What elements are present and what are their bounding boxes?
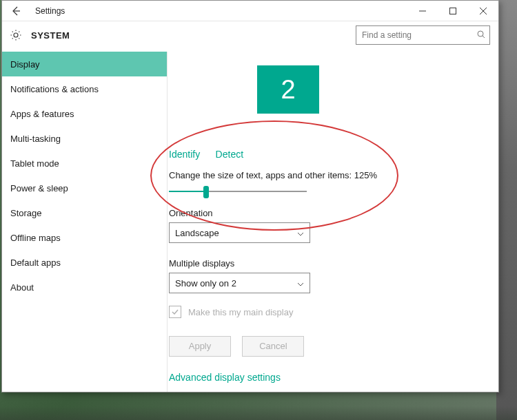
multiple-displays-label: Multiple displays [169,258,498,269]
content-pane: 2 Identify Detect Change the size of tex… [168,52,498,392]
sidebar-item-about[interactable]: About [2,275,167,300]
chevron-down-icon [297,278,304,288]
sidebar-item-apps-features[interactable]: Apps & features [2,101,167,126]
svg-rect-1 [450,8,456,14]
maximize-icon [449,8,456,14]
button-row: Apply Cancel [169,336,498,357]
monitor-preview[interactable]: 2 [257,65,319,114]
sidebar-item-default-apps[interactable]: Default apps [2,250,167,275]
minimize-icon [419,8,426,14]
svg-line-5 [483,36,485,38]
sidebar-item-multi-tasking[interactable]: Multi-tasking [2,126,167,151]
main-display-checkbox-row: Make this my main display [169,306,498,318]
search-box[interactable] [356,25,490,45]
sidebar-item-storage[interactable]: Storage [2,200,167,225]
header: SYSTEM [2,21,498,52]
maximize-button[interactable] [438,1,468,21]
svg-point-4 [478,31,483,36]
identify-link[interactable]: Identify [169,149,200,160]
search-icon [477,30,485,41]
check-icon [171,308,179,316]
gear-icon [9,28,23,42]
sidebar-item-display[interactable]: Display [2,52,167,76]
chevron-down-icon [297,228,304,238]
sidebar: Display Notifications & actions Apps & f… [2,52,168,392]
multiple-displays-dropdown[interactable]: Show only on 2 [169,273,310,293]
back-button[interactable] [2,1,30,21]
settings-window: Settings SYSTEM Display Notifications & … [1,0,499,392]
multiple-displays-section: Multiple displays Show only on 2 [169,258,498,293]
slider-fill [169,191,206,192]
apply-button: Apply [169,336,231,357]
search-input[interactable] [362,30,477,40]
scale-section: Change the size of text, apps and other … [169,170,498,198]
sidebar-item-offline-maps[interactable]: Offline maps [2,225,167,250]
sidebar-item-power-sleep[interactable]: Power & sleep [2,176,167,200]
window-title: Settings [30,6,65,16]
sidebar-item-notifications[interactable]: Notifications & actions [2,76,167,101]
orientation-value: Landscape [175,228,219,238]
orientation-section: Orientation Landscape [169,208,498,243]
advanced-display-settings-link[interactable]: Advanced display settings [169,372,498,383]
main-display-label: Make this my main display [188,307,293,317]
slider-thumb[interactable] [203,186,209,198]
close-button[interactable] [468,1,498,21]
detect-link[interactable]: Detect [216,149,243,160]
body: Display Notifications & actions Apps & f… [2,52,498,392]
cancel-button: Cancel [242,336,304,357]
close-icon [480,8,487,14]
sidebar-item-tablet-mode[interactable]: Tablet mode [2,151,167,176]
scale-slider[interactable] [169,185,307,198]
minimize-button[interactable] [407,1,438,21]
orientation-dropdown[interactable]: Landscape [169,222,310,243]
scale-label: Change the size of text, apps and other … [169,170,498,180]
multiple-displays-value: Show only on 2 [175,278,236,288]
titlebar: Settings [2,1,498,21]
back-arrow-icon [11,6,21,16]
page-section-title: SYSTEM [23,30,70,41]
main-display-checkbox [169,306,181,318]
orientation-label: Orientation [169,208,498,218]
identify-detect-row: Identify Detect [169,148,498,160]
